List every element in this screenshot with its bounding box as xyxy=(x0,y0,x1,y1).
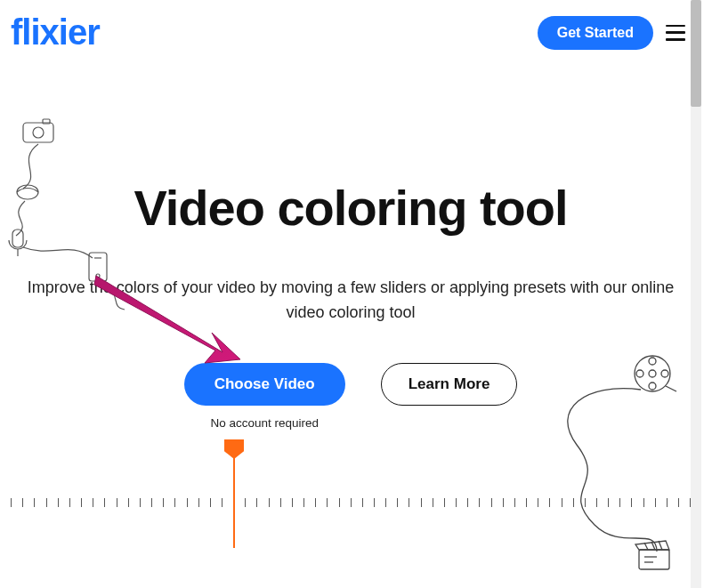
svg-rect-0 xyxy=(23,123,53,142)
header: flixier Get Started xyxy=(0,0,701,65)
playhead-icon[interactable] xyxy=(224,439,244,459)
timeline-ruler[interactable] xyxy=(0,495,701,548)
scrollbar-thumb[interactable] xyxy=(691,0,701,107)
logo[interactable]: flixier xyxy=(7,12,100,52)
page-title: Video coloring tool xyxy=(27,182,675,235)
svg-rect-15 xyxy=(639,550,669,569)
svg-point-1 xyxy=(33,127,44,138)
learn-more-group: Learn More xyxy=(381,363,518,406)
hero: Video coloring tool Improve the colors o… xyxy=(0,182,701,430)
menu-icon[interactable] xyxy=(666,25,685,41)
header-actions: Get Started xyxy=(538,16,685,50)
choose-video-helper: No account required xyxy=(210,416,319,430)
page-subtitle: Improve the colors of your video by movi… xyxy=(27,276,675,326)
cta-row: Choose Video No account required Learn M… xyxy=(27,363,675,430)
choose-video-button[interactable]: Choose Video xyxy=(184,363,345,406)
timeline-ticks xyxy=(0,495,701,511)
learn-more-button[interactable]: Learn More xyxy=(381,363,518,406)
playhead-line xyxy=(233,454,235,548)
get-started-button[interactable]: Get Started xyxy=(538,16,653,50)
svg-rect-2 xyxy=(43,119,50,124)
choose-video-group: Choose Video No account required xyxy=(184,363,345,430)
